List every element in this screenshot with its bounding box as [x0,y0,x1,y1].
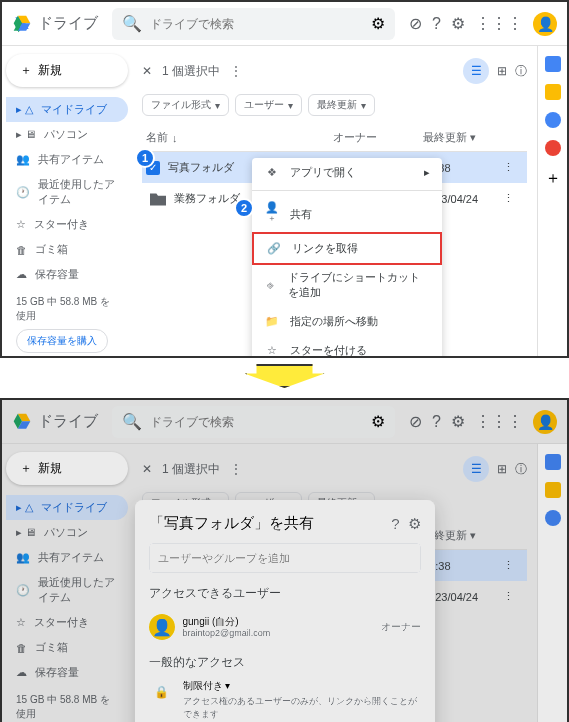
ctx-add-star[interactable]: ☆スターを付ける [252,336,442,358]
sidebar-item-storage[interactable]: ☁保存容量 [6,262,128,287]
sidebar: ＋ 新規 ▸ △マイドライブ ▸ 🖥パソコン 👥共有アイテム 🕐最近使用したアイ… [2,46,132,358]
selection-count: 1 個選択中 [162,63,220,80]
apps-icon[interactable]: ⋮⋮⋮ [475,412,523,431]
sidebar-item-label: 保存容量 [35,267,79,282]
sidebar-item-computers[interactable]: ▸ 🖥パソコン [6,520,128,545]
sidebar-item-recent[interactable]: 🕐最近使用したアイテム [6,570,128,610]
drive-logo: ドライブ [12,412,98,432]
star-icon: ☆ [264,344,280,357]
buy-storage-button[interactable]: 保存容量を購入 [16,329,108,353]
calendar-icon[interactable] [545,454,561,470]
side-panel [537,444,567,722]
grid-view-icon[interactable]: ⊞ [497,462,507,476]
close-selection-icon[interactable]: ✕ [142,64,152,78]
search-options-icon[interactable]: ⚙ [371,412,385,431]
tasks-icon[interactable] [545,510,561,526]
col-name[interactable]: 名前 ↓ [146,130,333,145]
context-menu: ❖アプリで開く▸ 👤⁺共有 🔗リンクを取得 ⎆ドライブにショートカットを追加 📁… [252,158,442,358]
sidebar-item-label: スター付き [34,615,89,630]
filter-icon[interactable]: ☰ [463,58,489,84]
restricted-label[interactable]: 制限付き ▾ [183,679,421,693]
filter-icon[interactable]: ☰ [463,456,489,482]
app-name: ドライブ [38,412,98,431]
row-date: 2023/04/24 [423,591,503,603]
row-date: 14:38 [423,560,503,572]
avatar[interactable]: 👤 [533,410,557,434]
search-input[interactable] [150,17,371,31]
share-add-people-input[interactable] [149,543,421,573]
sidebar-item-label: マイドライブ [41,500,107,515]
sidebar-item-computers[interactable]: ▸ 🖥パソコン [6,122,128,147]
sidebar-item-starred[interactable]: ☆スター付き [6,212,128,237]
info-icon[interactable]: ⓘ [515,63,527,80]
sidebar-item-mydrive[interactable]: ▸ △マイドライブ [6,97,128,122]
col-date[interactable]: 最終更新 ▾ [423,130,503,145]
share-user-row: 👤 gungii (自分) braintop2@gmail.com オーナー [149,610,421,644]
new-button[interactable]: ＋ 新規 [6,452,128,485]
arrow-indicator [0,358,569,398]
sidebar-item-label: 共有アイテム [38,550,104,565]
calendar-icon[interactable] [545,56,561,72]
row-more-icon[interactable]: ⋮ [503,559,523,572]
sidebar-item-shared[interactable]: 👥共有アイテム [6,545,128,570]
sidebar-item-trash[interactable]: 🗑ゴミ箱 [6,237,128,262]
sidebar-item-recent[interactable]: 🕐最近使用したアイテム [6,172,128,212]
chip-modified[interactable]: 最終更新 ▾ [308,94,375,116]
search-options-icon[interactable]: ⚙ [371,14,385,33]
row-more-icon[interactable]: ⋮ [503,192,523,205]
grid-view-icon[interactable]: ⊞ [497,64,507,78]
help-icon[interactable]: ? [432,413,441,431]
plus-icon: ＋ [20,460,32,477]
settings-icon[interactable]: ⚙ [408,515,421,533]
tasks-icon[interactable] [545,112,561,128]
apps-icon[interactable]: ⋮⋮⋮ [475,14,523,33]
ctx-share[interactable]: 👤⁺共有 [252,194,442,234]
help-icon[interactable]: ? [432,15,441,33]
user-email: braintop2@gmail.com [183,628,271,640]
keep-icon[interactable] [545,482,561,498]
more-icon[interactable]: ⋮ [230,462,242,476]
share-icon: 👤⁺ [264,201,280,227]
step-badge-1: 1 [135,148,155,168]
app-name: ドライブ [38,14,98,33]
sidebar-item-shared[interactable]: 👥共有アイテム [6,147,128,172]
share-dialog-title: 「写真フォルダ」を共有 [149,514,314,533]
sidebar-item-mydrive[interactable]: ▸ △マイドライブ [6,495,128,520]
search-input[interactable] [150,415,371,429]
new-button[interactable]: ＋ 新規 [6,54,128,87]
close-selection-icon[interactable]: ✕ [142,462,152,476]
settings-icon[interactable]: ⚙ [451,412,465,431]
more-icon[interactable]: ⋮ [230,64,242,78]
step-badge-2: 2 [234,198,254,218]
row-more-icon[interactable]: ⋮ [503,590,523,603]
sidebar-item-starred[interactable]: ☆スター付き [6,610,128,635]
storage-text: 15 GB 中 58.8 MB を使用 [16,693,118,721]
chip-file-type[interactable]: ファイル形式 ▾ [142,94,229,116]
sidebar-item-label: 最近使用したアイテム [38,575,118,605]
sidebar-item-label: 保存容量 [35,665,79,680]
sidebar-item-storage[interactable]: ☁保存容量 [6,660,128,685]
help-icon[interactable]: ? [391,515,399,533]
info-icon[interactable]: ⓘ [515,461,527,478]
ctx-move-to[interactable]: 📁指定の場所へ移動 [252,307,442,336]
avatar[interactable]: 👤 [533,12,557,36]
sidebar-item-label: マイドライブ [41,102,107,117]
add-addon-icon[interactable]: ＋ [545,168,561,189]
col-date[interactable]: 最終更新 ▾ [423,528,503,543]
search-bar[interactable]: 🔍 ⚙ [112,406,395,438]
keep-icon[interactable] [545,84,561,100]
access-users-heading: アクセスできるユーザー [149,585,421,602]
ctx-get-link[interactable]: 🔗リンクを取得 [252,232,442,265]
sidebar-item-trash[interactable]: 🗑ゴミ箱 [6,635,128,660]
sidebar-item-label: 最近使用したアイテム [38,177,118,207]
search-bar[interactable]: 🔍 ⚙ [112,8,395,40]
ctx-add-shortcut[interactable]: ⎆ドライブにショートカットを追加 [252,263,442,307]
ready-offline-icon[interactable]: ⊘ [409,14,422,33]
ready-offline-icon[interactable]: ⊘ [409,412,422,431]
chip-user[interactable]: ユーザー ▾ [235,94,302,116]
ctx-open-with[interactable]: ❖アプリで開く▸ [252,158,442,187]
settings-icon[interactable]: ⚙ [451,14,465,33]
row-more-icon[interactable]: ⋮ [503,161,523,174]
move-icon: 📁 [264,315,280,328]
contacts-icon[interactable] [545,140,561,156]
